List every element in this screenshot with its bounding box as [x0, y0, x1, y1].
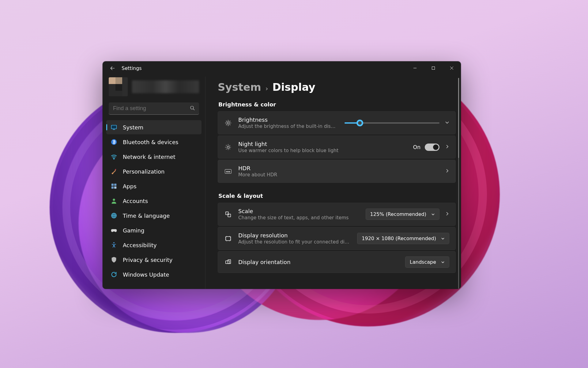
system-icon [111, 124, 117, 131]
orientation-icon [224, 259, 232, 266]
settings-window: Settings [103, 61, 461, 289]
card-resolution[interactable]: Display resolution Adjust the resolution… [218, 227, 456, 250]
maximize-button[interactable] [424, 61, 443, 75]
svg-line-37 [230, 149, 230, 149]
sidebar-item-label: Time & language [123, 213, 170, 219]
apps-icon [111, 183, 117, 190]
svg-line-27 [226, 121, 227, 121]
sidebar-item-time-language[interactable]: Time & language [106, 209, 202, 223]
sidebar-item-label: Apps [123, 183, 137, 190]
user-account-block[interactable] [109, 77, 199, 96]
toggle-state-label: On [413, 144, 420, 150]
svg-rect-7 [111, 125, 116, 128]
svg-rect-11 [115, 169, 116, 170]
sidebar-item-gaming[interactable]: Gaming [106, 223, 202, 237]
person-icon [111, 197, 117, 204]
sidebar-item-label: Windows Update [123, 271, 169, 278]
sidebar: System Bluetooth & devices Network & int… [103, 75, 205, 289]
window-caption-buttons [406, 61, 461, 75]
sidebar-item-label: Accessibility [123, 242, 157, 248]
chevron-right-icon[interactable] [445, 211, 449, 217]
svg-rect-1 [432, 67, 435, 70]
card-title: HDR [238, 165, 439, 171]
app-title: Settings [122, 65, 142, 71]
sidebar-item-apps[interactable]: Apps [106, 179, 202, 193]
card-subtitle: Use warmer colors to help block blue lig… [238, 148, 407, 153]
back-button[interactable] [107, 63, 117, 73]
svg-text:HDR: HDR [226, 171, 230, 173]
dropdown-value: 1920 × 1080 (Recommended) [362, 236, 436, 241]
card-subtitle: Adjust the resolution to fit your connec… [238, 239, 351, 245]
card-hdr[interactable]: HDR HDR More about HDR [218, 160, 456, 183]
shield-icon [111, 256, 117, 263]
sidebar-item-accessibility[interactable]: Accessibility [106, 238, 202, 252]
card-night-light[interactable]: Night light Use warmer colors to help bl… [218, 136, 456, 159]
svg-line-38 [226, 149, 227, 149]
sidebar-item-windows-update[interactable]: Windows Update [106, 267, 202, 282]
sidebar-item-bluetooth[interactable]: Bluetooth & devices [106, 135, 202, 149]
svg-rect-44 [226, 236, 231, 240]
svg-rect-13 [114, 184, 116, 186]
card-scale[interactable]: Scale Change the size of text, apps, and… [218, 203, 456, 226]
sidebar-item-label: Privacy & security [123, 257, 173, 263]
svg-point-21 [113, 242, 115, 243]
svg-rect-8 [113, 129, 115, 130]
search-input[interactable] [109, 102, 199, 115]
breadcrumb: System › Display [218, 81, 456, 93]
sidebar-item-accounts[interactable]: Accounts [106, 194, 202, 208]
globe-clock-icon [111, 212, 117, 219]
section-brightness-color: Brightness & color [218, 101, 456, 108]
svg-line-36 [226, 145, 227, 145]
svg-rect-12 [111, 184, 114, 186]
svg-point-4 [190, 106, 194, 109]
orientation-dropdown[interactable]: Landscape [405, 256, 449, 268]
scale-dropdown[interactable]: 125% (Recommended) [366, 209, 439, 220]
svg-rect-45 [226, 261, 230, 263]
svg-rect-14 [111, 186, 114, 189]
sidebar-item-personalization[interactable]: Personalization [106, 164, 202, 178]
update-icon [111, 271, 117, 278]
brightness-slider[interactable] [345, 122, 439, 124]
title-bar: Settings [103, 61, 461, 75]
user-avatar [109, 77, 128, 96]
card-orientation[interactable]: Display orientation Landscape [218, 251, 456, 273]
svg-point-31 [227, 146, 229, 148]
wifi-icon [111, 153, 117, 160]
svg-point-22 [227, 122, 229, 124]
card-brightness[interactable]: Brightness Adjust the brightness of the … [218, 111, 456, 134]
content-scrollbar[interactable] [458, 78, 459, 289]
svg-point-16 [113, 199, 115, 201]
sidebar-item-label: Bluetooth & devices [123, 139, 178, 145]
breadcrumb-parent[interactable]: System [218, 81, 261, 93]
chevron-right-icon[interactable] [445, 168, 449, 174]
user-name-redacted [132, 80, 199, 93]
sidebar-item-label: System [123, 124, 143, 131]
night-light-toggle[interactable] [425, 144, 439, 151]
gamepad-icon [111, 227, 117, 234]
sidebar-item-label: Gaming [123, 227, 144, 234]
minimize-button[interactable] [406, 61, 424, 75]
card-subtitle: More about HDR [238, 172, 439, 178]
close-button[interactable] [443, 61, 461, 75]
sidebar-item-network[interactable]: Network & internet [106, 150, 202, 164]
sidebar-item-label: Accounts [123, 198, 148, 204]
chevron-right-icon[interactable] [445, 144, 449, 150]
dropdown-value: 125% (Recommended) [370, 211, 426, 217]
card-subtitle: Change the size of text, apps, and other… [238, 215, 360, 220]
resolution-dropdown[interactable]: 1920 × 1080 (Recommended) [357, 233, 449, 244]
chevron-right-icon: › [265, 85, 269, 92]
sidebar-item-label: Personalization [123, 168, 164, 175]
sidebar-item-label: Network & internet [123, 154, 175, 160]
bluetooth-icon [111, 139, 117, 145]
svg-line-28 [230, 125, 230, 125]
sidebar-item-system[interactable]: System [106, 120, 202, 134]
paintbrush-icon [111, 168, 117, 175]
dropdown-value: Landscape [410, 259, 436, 265]
card-title: Brightness [238, 117, 338, 123]
breadcrumb-current: Display [272, 81, 315, 93]
sidebar-item-privacy[interactable]: Privacy & security [106, 253, 202, 267]
svg-line-30 [230, 121, 230, 121]
card-title: Display orientation [238, 259, 399, 265]
chevron-down-icon[interactable] [445, 120, 449, 126]
brightness-icon [224, 120, 232, 126]
